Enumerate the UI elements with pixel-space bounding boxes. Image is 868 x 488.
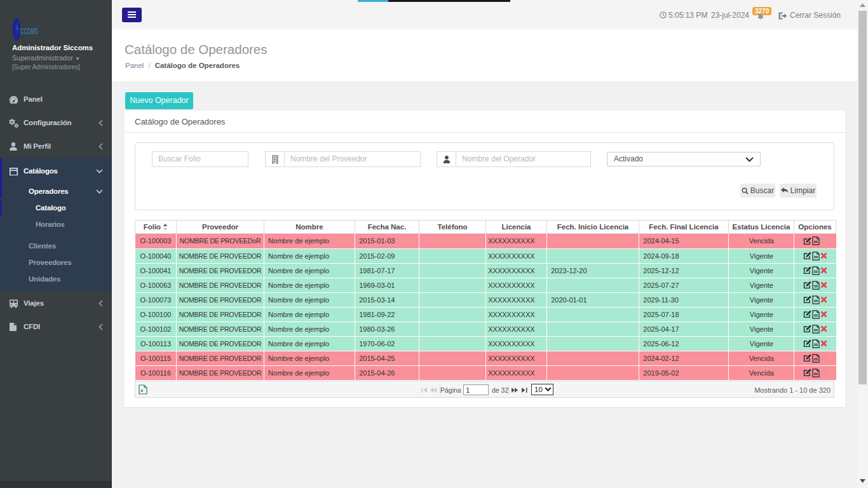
svg-text:CCOMS: CCOMS — [20, 25, 38, 36]
svg-text:x: x — [140, 388, 144, 393]
